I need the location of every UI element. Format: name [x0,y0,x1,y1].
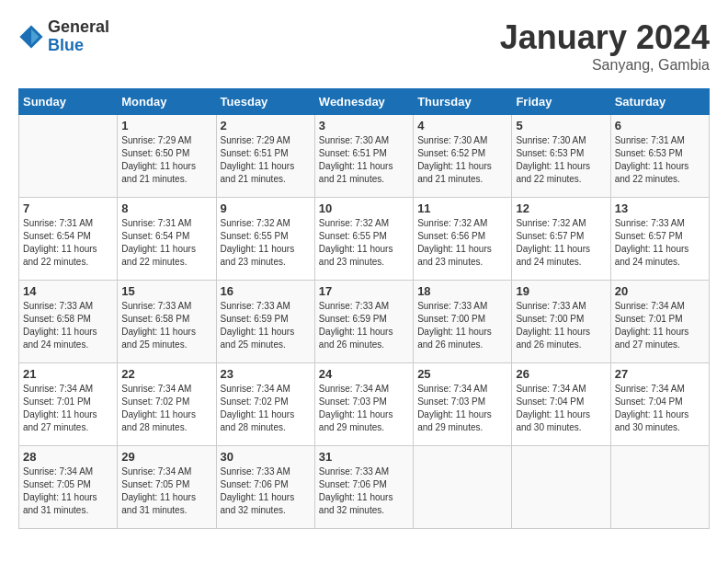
day-number: 2 [221,119,311,132]
cell-content: Sunrise: 7:33 AM Sunset: 7:06 PM Dayligh… [221,465,311,517]
calendar-cell: 4Sunrise: 7:30 AM Sunset: 6:52 PM Daylig… [414,115,512,198]
calendar-cell: 7Sunrise: 7:31 AM Sunset: 6:54 PM Daylig… [19,198,118,281]
day-number: 22 [121,367,211,381]
title-area: January 2024 Sanyang, Gambia [500,18,710,74]
cell-content: Sunrise: 7:32 AM Sunset: 6:57 PM Dayligh… [516,217,606,269]
day-number: 28 [23,450,113,464]
calendar-cell: 5Sunrise: 7:30 AM Sunset: 6:53 PM Daylig… [512,115,610,198]
cell-content: Sunrise: 7:34 AM Sunset: 7:02 PM Dayligh… [221,383,311,434]
calendar-cell [19,115,118,198]
calendar-cell: 23Sunrise: 7:34 AM Sunset: 7:02 PM Dayli… [216,363,314,446]
day-number: 23 [221,367,311,381]
day-number: 14 [23,284,113,298]
cell-content: Sunrise: 7:33 AM Sunset: 6:58 PM Dayligh… [121,300,211,351]
day-number: 7 [23,201,113,215]
calendar-cell: 8Sunrise: 7:31 AM Sunset: 6:54 PM Daylig… [118,198,216,281]
cell-content: Sunrise: 7:29 AM Sunset: 6:51 PM Dayligh… [221,134,311,186]
calendar-cell: 10Sunrise: 7:32 AM Sunset: 6:55 PM Dayli… [314,198,413,281]
day-number: 31 [319,450,409,464]
logo-general-text: General [48,18,109,37]
calendar-cell: 6Sunrise: 7:31 AM Sunset: 6:53 PM Daylig… [610,115,709,198]
day-number: 8 [121,201,211,215]
calendar-cell: 18Sunrise: 7:33 AM Sunset: 7:00 PM Dayli… [414,281,512,363]
calendar-week-row: 14Sunrise: 7:33 AM Sunset: 6:58 PM Dayli… [19,281,710,363]
calendar-week-row: 1Sunrise: 7:29 AM Sunset: 6:50 PM Daylig… [19,115,710,198]
day-number: 17 [319,284,409,298]
weekday-header: Wednesday [314,89,413,115]
calendar-cell: 9Sunrise: 7:32 AM Sunset: 6:55 PM Daylig… [216,198,314,281]
day-number: 26 [516,367,606,381]
weekday-header: Thursday [414,89,512,115]
cell-content: Sunrise: 7:30 AM Sunset: 6:52 PM Dayligh… [417,134,507,186]
day-number: 1 [121,119,211,132]
day-number: 24 [319,367,409,381]
calendar-cell: 15Sunrise: 7:33 AM Sunset: 6:58 PM Dayli… [118,281,216,363]
calendar-cell: 13Sunrise: 7:33 AM Sunset: 6:57 PM Dayli… [610,198,709,281]
cell-content: Sunrise: 7:34 AM Sunset: 7:04 PM Dayligh… [516,383,606,434]
day-number: 27 [615,367,705,381]
calendar-cell: 19Sunrise: 7:33 AM Sunset: 7:00 PM Dayli… [512,281,610,363]
day-number: 3 [319,119,409,132]
header: General Blue January 2024 Sanyang, Gambi… [18,18,710,74]
calendar-cell [512,446,610,529]
weekday-header: Monday [118,89,216,115]
logo-blue-text: Blue [48,37,109,55]
cell-content: Sunrise: 7:33 AM Sunset: 6:57 PM Dayligh… [615,217,705,269]
cell-content: Sunrise: 7:34 AM Sunset: 7:05 PM Dayligh… [121,465,211,517]
cell-content: Sunrise: 7:29 AM Sunset: 6:50 PM Dayligh… [121,134,211,186]
month-title: January 2024 [500,18,710,57]
day-number: 13 [615,201,705,215]
cell-content: Sunrise: 7:33 AM Sunset: 6:58 PM Dayligh… [23,300,113,351]
calendar-table: SundayMondayTuesdayWednesdayThursdayFrid… [18,88,710,529]
logo: General Blue [18,18,109,55]
cell-content: Sunrise: 7:34 AM Sunset: 7:05 PM Dayligh… [23,465,113,517]
day-number: 11 [417,201,507,215]
calendar-week-row: 21Sunrise: 7:34 AM Sunset: 7:01 PM Dayli… [19,363,710,446]
day-number: 20 [615,284,705,298]
calendar-cell [414,446,512,529]
weekday-header: Saturday [610,89,709,115]
calendar-cell: 16Sunrise: 7:33 AM Sunset: 6:59 PM Dayli… [216,281,314,363]
calendar-week-row: 7Sunrise: 7:31 AM Sunset: 6:54 PM Daylig… [19,198,710,281]
calendar-week-row: 28Sunrise: 7:34 AM Sunset: 7:05 PM Dayli… [19,446,710,529]
day-number: 18 [417,284,507,298]
day-number: 19 [516,284,606,298]
calendar-cell: 14Sunrise: 7:33 AM Sunset: 6:58 PM Dayli… [19,281,118,363]
calendar-cell: 24Sunrise: 7:34 AM Sunset: 7:03 PM Dayli… [314,363,413,446]
cell-content: Sunrise: 7:30 AM Sunset: 6:53 PM Dayligh… [516,134,606,186]
day-number: 25 [417,367,507,381]
day-number: 16 [221,284,311,298]
weekday-header: Tuesday [216,89,314,115]
cell-content: Sunrise: 7:31 AM Sunset: 6:53 PM Dayligh… [615,134,705,186]
calendar-cell: 25Sunrise: 7:34 AM Sunset: 7:03 PM Dayli… [414,363,512,446]
day-number: 21 [23,367,113,381]
calendar-cell: 3Sunrise: 7:30 AM Sunset: 6:51 PM Daylig… [314,115,413,198]
calendar-cell: 17Sunrise: 7:33 AM Sunset: 6:59 PM Dayli… [314,281,413,363]
day-number: 30 [221,450,311,464]
cell-content: Sunrise: 7:31 AM Sunset: 6:54 PM Dayligh… [23,217,113,269]
calendar-cell: 20Sunrise: 7:34 AM Sunset: 7:01 PM Dayli… [610,281,709,363]
cell-content: Sunrise: 7:33 AM Sunset: 7:06 PM Dayligh… [319,465,409,517]
cell-content: Sunrise: 7:32 AM Sunset: 6:56 PM Dayligh… [417,217,507,269]
calendar-cell: 27Sunrise: 7:34 AM Sunset: 7:04 PM Dayli… [610,363,709,446]
day-number: 5 [516,119,606,132]
cell-content: Sunrise: 7:32 AM Sunset: 6:55 PM Dayligh… [221,217,311,269]
weekday-header: Sunday [19,89,118,115]
cell-content: Sunrise: 7:34 AM Sunset: 7:04 PM Dayligh… [615,383,705,434]
cell-content: Sunrise: 7:32 AM Sunset: 6:55 PM Dayligh… [319,217,409,269]
cell-content: Sunrise: 7:33 AM Sunset: 6:59 PM Dayligh… [319,300,409,351]
calendar-cell: 28Sunrise: 7:34 AM Sunset: 7:05 PM Dayli… [19,446,118,529]
logo-icon [18,24,44,50]
day-number: 12 [516,201,606,215]
calendar-cell: 30Sunrise: 7:33 AM Sunset: 7:06 PM Dayli… [216,446,314,529]
calendar-cell: 31Sunrise: 7:33 AM Sunset: 7:06 PM Dayli… [314,446,413,529]
calendar-cell: 11Sunrise: 7:32 AM Sunset: 6:56 PM Dayli… [414,198,512,281]
calendar-cell: 21Sunrise: 7:34 AM Sunset: 7:01 PM Dayli… [19,363,118,446]
day-number: 15 [121,284,211,298]
cell-content: Sunrise: 7:33 AM Sunset: 7:00 PM Dayligh… [516,300,606,351]
day-number: 29 [121,450,211,464]
cell-content: Sunrise: 7:33 AM Sunset: 6:59 PM Dayligh… [221,300,311,351]
day-number: 9 [221,201,311,215]
location-title: Sanyang, Gambia [500,57,710,74]
weekday-header: Friday [512,89,610,115]
